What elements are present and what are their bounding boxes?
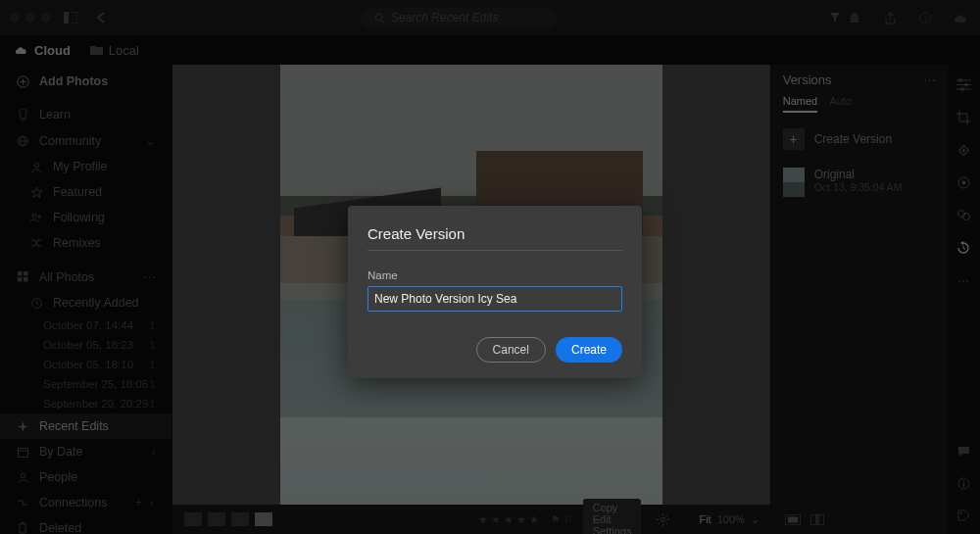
create-button[interactable]: Create (556, 337, 622, 363)
create-version-dialog: Create Version Name Cancel Create (348, 206, 642, 378)
dialog-title: Create Version (368, 225, 622, 242)
cancel-button[interactable]: Cancel (476, 337, 546, 363)
name-field-label: Name (368, 269, 398, 281)
version-name-input[interactable] (368, 286, 622, 312)
